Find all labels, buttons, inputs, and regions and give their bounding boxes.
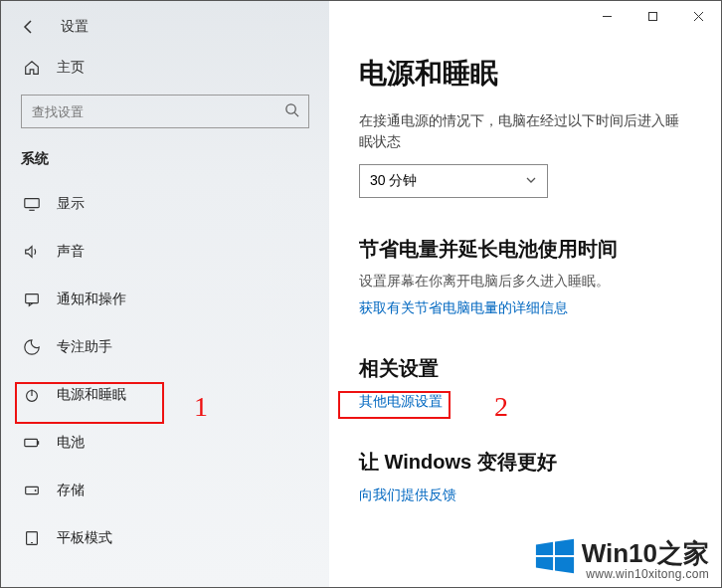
sidebar-item-battery[interactable]: 电池 xyxy=(1,419,329,467)
sidebar-item-focus[interactable]: 专注助手 xyxy=(1,323,329,371)
sidebar-item-label: 显示 xyxy=(57,195,85,213)
home-label: 主页 xyxy=(57,59,85,77)
svg-rect-2 xyxy=(25,199,39,208)
minimize-button[interactable] xyxy=(584,1,630,31)
sidebar-item-label: 平板模式 xyxy=(57,529,112,547)
power-icon xyxy=(21,386,43,404)
titlebar: 设置 xyxy=(1,11,329,45)
search-input[interactable] xyxy=(21,95,309,128)
sidebar-item-label: 电源和睡眠 xyxy=(57,386,126,404)
battery-info-link[interactable]: 获取有关节省电脑电量的详细信息 xyxy=(359,299,568,317)
main-content: 电源和睡眠 在接通电源的情况下，电脑在经过以下时间后进入睡眠状态 30 分钟 节… xyxy=(329,1,721,587)
sidebar-item-power[interactable]: 电源和睡眠 xyxy=(1,371,329,419)
sidebar-item-display[interactable]: 显示 xyxy=(1,180,329,228)
window-controls xyxy=(584,1,721,31)
sidebar-item-label: 专注助手 xyxy=(57,338,112,356)
close-button[interactable] xyxy=(675,1,721,31)
home-icon xyxy=(21,59,43,77)
feedback-link[interactable]: 向我们提供反馈 xyxy=(359,487,456,504)
feedback-section-title: 让 Windows 变得更好 xyxy=(359,449,691,476)
back-button[interactable] xyxy=(17,15,41,39)
sidebar-item-tablet[interactable]: 平板模式 xyxy=(1,514,329,562)
sidebar-item-label: 通知和操作 xyxy=(57,291,126,308)
svg-rect-4 xyxy=(26,294,39,303)
svg-rect-14 xyxy=(648,12,656,20)
sidebar-item-notifications[interactable]: 通知和操作 xyxy=(1,276,329,323)
focus-icon xyxy=(21,338,43,356)
app-title: 设置 xyxy=(61,18,89,36)
watermark: Win10之家 www.win10xitong.com xyxy=(534,535,709,581)
tablet-icon xyxy=(21,529,43,547)
battery-icon xyxy=(21,434,43,452)
svg-rect-7 xyxy=(25,439,38,446)
sidebar-item-storage[interactable]: 存储 xyxy=(1,467,329,514)
sidebar-home[interactable]: 主页 xyxy=(1,45,329,91)
other-power-settings-link[interactable]: 其他电源设置 xyxy=(359,393,443,411)
svg-rect-8 xyxy=(37,441,39,445)
watermark-brand: Win10之家 xyxy=(582,536,709,571)
maximize-button[interactable] xyxy=(630,1,675,31)
sidebar-item-label: 存储 xyxy=(57,482,85,499)
sleep-description: 在接通电源的情况下，电脑在经过以下时间后进入睡眠状态 xyxy=(359,110,691,152)
notifications-icon xyxy=(21,291,43,308)
sidebar-nav: 显示 声音 通知和操作 专注助手 电源和睡眠 电池 xyxy=(1,180,329,562)
category-heading: 系统 xyxy=(1,144,329,180)
svg-point-10 xyxy=(35,490,37,491)
sidebar-item-label: 电池 xyxy=(57,434,85,452)
search-icon xyxy=(284,102,299,120)
watermark-url: www.win10xitong.com xyxy=(582,567,709,581)
page-title: 电源和睡眠 xyxy=(359,55,691,93)
search-container xyxy=(21,95,309,128)
sidebar-item-sound[interactable]: 声音 xyxy=(1,228,329,276)
windows-logo-icon xyxy=(534,535,576,581)
svg-line-1 xyxy=(294,112,298,116)
select-value: 30 分钟 xyxy=(370,172,417,190)
storage-icon xyxy=(21,482,43,499)
svg-point-0 xyxy=(286,104,295,113)
display-icon xyxy=(21,195,43,213)
sidebar-item-label: 声音 xyxy=(57,243,85,261)
sound-icon xyxy=(21,243,43,261)
sleep-timeout-select[interactable]: 30 分钟 xyxy=(359,164,548,198)
battery-hint: 设置屏幕在你离开电脑后多久进入睡眠。 xyxy=(359,273,691,291)
battery-section-title: 节省电量并延长电池使用时间 xyxy=(359,236,691,263)
related-section-title: 相关设置 xyxy=(359,355,691,382)
chevron-down-icon xyxy=(525,174,537,189)
settings-sidebar: 设置 主页 系统 显示 声音 通知 xyxy=(1,1,329,587)
